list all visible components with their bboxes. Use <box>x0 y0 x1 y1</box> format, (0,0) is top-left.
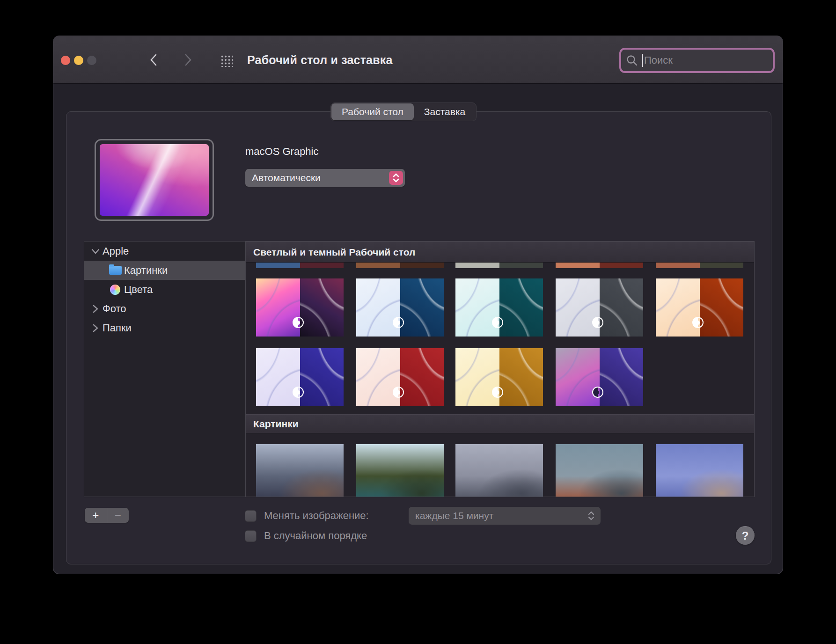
current-wallpaper-preview <box>95 139 214 221</box>
dark-variant-half <box>600 348 644 406</box>
minimize-button[interactable] <box>74 56 83 65</box>
help-button[interactable]: ? <box>736 526 755 545</box>
back-button[interactable] <box>146 52 161 68</box>
appearance-mode-select[interactable]: Автоматически <box>245 169 405 187</box>
light-variant-half <box>256 348 300 406</box>
change-picture-row: Менять изображение: <box>245 510 369 522</box>
light-dark-toggle-badge <box>293 387 304 398</box>
wallpaper-name: macOS Graphic <box>245 146 319 158</box>
wallpaper-thumb-cut-0[interactable] <box>256 263 344 268</box>
item-icon-wrap[interactable] <box>108 266 122 275</box>
light-dark-toggle-badge <box>592 387 603 398</box>
titlebar[interactable]: Рабочий стол и заставка Поиск <box>53 36 783 84</box>
zoom-button[interactable] <box>87 56 96 65</box>
light-dark-toggle-badge <box>492 317 503 328</box>
wallpaper-thumb-cut-1[interactable] <box>356 263 444 268</box>
add-folder-button[interactable]: + <box>85 508 107 523</box>
page-title: Рабочий стол и заставка <box>247 36 393 84</box>
light-dark-toggle-badge <box>592 317 603 328</box>
add-remove-control: + − <box>85 508 129 523</box>
sidebar-item-фото[interactable]: Фото <box>84 299 245 318</box>
remove-folder-button[interactable]: − <box>107 508 129 523</box>
interval-select[interactable]: каждые 15 минут <box>409 507 601 525</box>
wallpaper-thumb-monterey[interactable] <box>556 348 643 406</box>
light-dark-toggle-badge <box>692 317 704 328</box>
light-variant-half <box>256 263 300 268</box>
dark-variant-half <box>600 263 644 268</box>
search-icon <box>626 54 638 66</box>
colors-icon <box>110 285 120 295</box>
light-variant-half <box>256 278 300 337</box>
dark-variant-half <box>499 278 543 337</box>
chevron-right-icon[interactable] <box>90 305 101 313</box>
wallpaper-thumb-cut-4[interactable] <box>656 263 743 268</box>
item-icon-wrap[interactable] <box>108 285 122 295</box>
wallpaper-thumb-imac-red[interactable] <box>356 348 444 406</box>
sidebar-item-цвета[interactable]: Цвета <box>84 280 245 299</box>
wallpaper-thumb-imac-orange[interactable] <box>656 278 743 337</box>
close-button[interactable] <box>61 56 70 65</box>
sidebar-item-label: Картинки <box>124 264 168 277</box>
wallpaper-thumb-cut-2[interactable] <box>455 263 543 268</box>
select-arrows-icon <box>587 511 595 520</box>
light-dark-toggle-badge <box>293 317 304 328</box>
light-variant-half <box>656 263 700 268</box>
interval-value: каждые 15 минут <box>409 510 587 521</box>
tab-desktop[interactable]: Рабочий стол <box>331 103 414 120</box>
wallpaper-thumb-imac-purple[interactable] <box>256 348 344 406</box>
photo-thumb-big-sur-coast[interactable] <box>356 444 444 497</box>
light-variant-half <box>356 348 400 406</box>
text-cursor <box>642 54 643 67</box>
photo-thumb-blue-sea-rock[interactable] <box>656 444 743 497</box>
light-dark-toggle-badge <box>492 387 503 398</box>
wallpaper-thumb-imac-yellow[interactable] <box>455 348 543 406</box>
chevron-down-icon[interactable] <box>90 249 101 254</box>
chevron-right-icon <box>183 53 193 67</box>
monterey-wallpaper-image <box>100 144 209 216</box>
section-header-light-dark: Светлый и темный Рабочий стол <box>246 242 754 263</box>
sidebar-item-папки[interactable]: Папки <box>84 318 245 337</box>
search-input[interactable]: Поиск <box>619 48 775 73</box>
photo-thumb-misty-mountains[interactable] <box>256 444 344 497</box>
chevron-right-icon[interactable] <box>90 324 101 332</box>
sidebar-item-label: Папки <box>103 322 132 334</box>
sidebar-item-label: Apple <box>103 245 129 257</box>
source-sidebar: AppleКартинкиЦветаФотоПапки <box>84 242 246 497</box>
dark-variant-half <box>700 278 744 337</box>
section-header-pictures: Картинки <box>246 414 754 433</box>
sidebar-item-apple[interactable]: Apple <box>84 242 245 261</box>
random-order-checkbox[interactable] <box>245 530 257 542</box>
tab-screensaver[interactable]: Заставка <box>414 103 476 120</box>
wallpaper-thumb-imac-blue[interactable] <box>356 278 444 337</box>
wallpaper-thumb-imac-silver[interactable] <box>556 278 643 337</box>
change-picture-checkbox[interactable] <box>245 510 257 522</box>
sidebar-item-label: Цвета <box>124 284 153 296</box>
light-variant-half <box>556 278 600 337</box>
sidebar-item-label: Фото <box>103 303 126 315</box>
photo-thumb-red-cliff-coast[interactable] <box>556 444 643 497</box>
light-variant-half <box>656 278 700 337</box>
wallpaper-thumb-imac-abstract[interactable] <box>256 278 344 337</box>
wallpaper-grid: Светлый и темный Рабочий стол Картинки <box>246 242 754 497</box>
tab-bar: Рабочий стол Заставка <box>330 102 477 121</box>
random-order-label: В случайном порядке <box>264 530 367 542</box>
wallpaper-thumb-cut-3[interactable] <box>556 263 643 268</box>
sidebar-item-картинки[interactable]: Картинки <box>84 261 245 280</box>
light-dark-toggle-badge <box>393 387 404 398</box>
light-variant-half <box>455 348 499 406</box>
chevron-left-icon <box>148 53 159 67</box>
dark-variant-half <box>600 278 644 337</box>
dark-variant-half <box>499 348 543 406</box>
forward-button[interactable] <box>180 52 196 68</box>
wallpaper-thumb-imac-teal[interactable] <box>455 278 543 337</box>
dark-variant-half <box>300 263 344 268</box>
photo-thumb-sea-stacks-long-exposure[interactable] <box>455 444 543 497</box>
desktop-background: Рабочий стол и заставка Поиск Рабочий ст… <box>0 0 836 644</box>
desktop-settings-panel: macOS Graphic Автоматически AppleКартинк… <box>66 111 771 564</box>
light-variant-half <box>356 263 400 268</box>
dark-variant-half <box>400 278 444 337</box>
dark-variant-half <box>300 278 344 337</box>
dark-variant-half <box>400 348 444 406</box>
show-all-grid-icon[interactable] <box>220 54 233 67</box>
light-variant-half <box>356 278 400 337</box>
